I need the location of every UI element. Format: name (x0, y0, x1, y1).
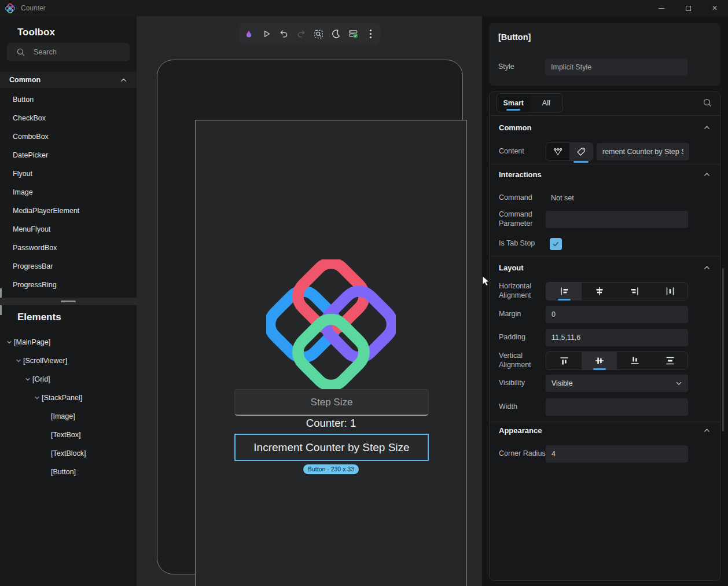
valign-stretch-button[interactable] (652, 352, 687, 369)
section-interactions-title: Interactions (499, 170, 703, 179)
chevron-down-icon[interactable] (32, 394, 42, 401)
content-literal-toggle[interactable] (569, 143, 593, 160)
margin-input[interactable] (546, 306, 688, 323)
content-input[interactable] (597, 143, 689, 160)
toolbox-item-checkbox[interactable]: CheckBox (0, 109, 137, 127)
tree-item-textbox[interactable]: [TextBox] (0, 426, 137, 444)
tree-item-label: [Image] (51, 412, 75, 420)
chevron-up-icon[interactable] (703, 171, 711, 178)
command-parameter-label: Command Parameter (499, 210, 546, 228)
halign-center-button[interactable] (582, 283, 617, 300)
section-appearance[interactable]: Appearance (499, 422, 711, 438)
canvas-toolbar (239, 23, 380, 45)
style-input[interactable] (545, 58, 687, 76)
toolbox-item-combobox[interactable]: ComboBox (0, 127, 137, 146)
valign-top-button[interactable] (546, 352, 582, 369)
tree-item-stackpanel[interactable]: [StackPanel] (0, 389, 137, 407)
properties-scrollbar-thumb[interactable] (722, 268, 724, 431)
close-button[interactable]: ✕ (701, 0, 728, 16)
counter-textblock[interactable]: Counter: 1 (196, 417, 466, 430)
device-screen[interactable]: Step Size Counter: 1 Increment Counter b… (195, 120, 467, 586)
toolbox-section-common[interactable]: Common (0, 72, 137, 88)
chevron-down-icon[interactable] (23, 376, 32, 383)
tree-item-mainpage[interactable]: [MainPage] (0, 333, 137, 351)
padding-row: Padding (499, 329, 711, 346)
stretch-horizontal-icon (665, 286, 675, 296)
divider (490, 256, 720, 257)
play-icon[interactable] (262, 29, 271, 39)
content-binding-toggle[interactable] (546, 143, 569, 160)
increment-button[interactable]: Increment Counter by Step Size (236, 435, 428, 460)
padding-input[interactable] (546, 329, 688, 346)
corner-radius-row: Corner Radius (499, 445, 711, 463)
window-title: Counter (21, 4, 46, 12)
zoom-to-selection-icon[interactable] (314, 29, 323, 39)
connection-status-ok-icon[interactable] (348, 29, 358, 39)
maximize-button[interactable] (675, 0, 701, 16)
chevron-up-icon[interactable] (703, 427, 711, 434)
tree-item-label: [Button] (51, 468, 76, 476)
panel-splitter[interactable] (0, 298, 137, 305)
chevron-down-icon[interactable] (13, 357, 23, 364)
command-value[interactable]: Not set (551, 194, 574, 202)
command-parameter-input[interactable] (546, 211, 688, 228)
tag-icon (576, 146, 586, 157)
corner-radius-input[interactable] (546, 445, 688, 463)
tab-all[interactable]: All (530, 94, 563, 112)
search-input[interactable] (32, 47, 119, 57)
toolbox-item-button[interactable]: Button (0, 90, 137, 109)
device-frame: Step Size Counter: 1 Increment Counter b… (157, 60, 463, 574)
toolbox-item-flyout[interactable]: Flyout (0, 164, 137, 183)
binding-icon (553, 146, 563, 157)
theme-moon-icon[interactable] (331, 29, 341, 39)
toolbox-item-passwordbox[interactable]: PasswordBox (0, 239, 137, 257)
halign-right-button[interactable] (617, 283, 652, 300)
step-size-textbox[interactable]: Step Size (234, 389, 429, 416)
properties-search-icon[interactable] (703, 98, 712, 108)
toolbox-item-mediaplayerelement[interactable]: MediaPlayerElement (0, 202, 137, 220)
toolbox-item-progressbar[interactable]: ProgressBar (0, 257, 137, 276)
tree-item-button[interactable]: [Button] (0, 463, 137, 481)
properties-card: Smart All Common Content (489, 91, 720, 581)
section-interactions[interactable]: Interactions (499, 166, 711, 182)
visibility-value: Visible (551, 379, 573, 387)
chevron-up-icon[interactable] (703, 124, 711, 131)
property-tabs: Smart All (497, 93, 563, 112)
tab-smart[interactable]: Smart (497, 94, 530, 112)
tree-item-grid[interactable]: [Grid] (0, 370, 137, 389)
toolbox-item-menuflyout[interactable]: MenuFlyout (0, 220, 137, 239)
tree-item-scrollviewer[interactable]: [ScrollViewer] (0, 351, 137, 370)
toolbox-search[interactable] (7, 43, 130, 61)
halign-left-button[interactable] (546, 283, 582, 300)
chevron-up-icon[interactable] (703, 264, 711, 272)
corner-radius-label: Corner Radius (499, 449, 546, 459)
section-layout[interactable]: Layout (499, 259, 711, 276)
active-toggle-indicator (573, 161, 589, 163)
width-input[interactable] (546, 398, 688, 416)
undo-icon[interactable] (279, 29, 289, 39)
toolbox-item-image[interactable]: Image (0, 183, 137, 202)
valign-center-button[interactable] (582, 352, 617, 369)
style-label: Style (498, 63, 545, 72)
uno-platform-logo[interactable] (266, 259, 396, 389)
minimize-button[interactable] (648, 0, 675, 16)
visibility-dropdown[interactable]: Visible (546, 375, 688, 392)
tree-item-label: [ScrollViewer] (23, 357, 67, 365)
tree-item-image[interactable]: [Image] (0, 407, 137, 426)
is-tab-stop-checkbox[interactable] (550, 238, 562, 250)
align-top-icon (559, 356, 569, 366)
more-options-icon[interactable] (366, 29, 376, 39)
tree-item-textblock[interactable]: [TextBlock] (0, 444, 137, 463)
redo-icon[interactable] (296, 29, 306, 39)
chevron-down-icon[interactable] (4, 339, 14, 346)
halign-stretch-button[interactable] (652, 283, 687, 300)
command-row: Command Not set (499, 190, 711, 206)
toolbox-item-datepicker[interactable]: DatePicker (0, 146, 137, 164)
valign-bottom-button[interactable] (617, 352, 652, 369)
section-common[interactable]: Common (499, 119, 711, 135)
horizontal-alignment-label: Horizontal Alignment (499, 282, 546, 300)
toolbox-list: Button CheckBox ComboBox DatePicker Flyo… (0, 90, 137, 294)
hot-reload-flame-icon[interactable] (244, 29, 254, 39)
toolbox-item-progressring[interactable]: ProgressRing (0, 276, 137, 294)
selected-segment-indicator (558, 299, 571, 301)
